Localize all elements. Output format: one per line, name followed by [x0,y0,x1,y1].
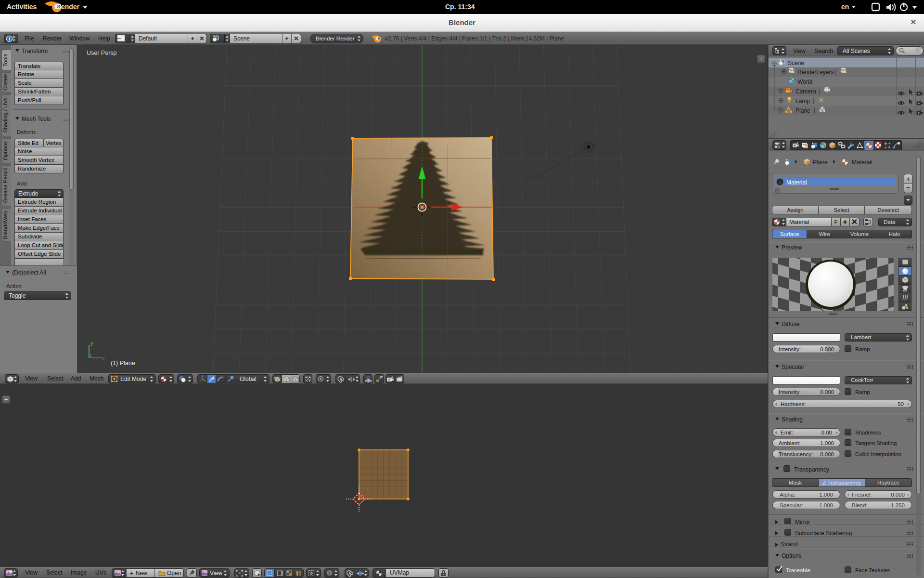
svg-text:User Persp: User Persp [87,50,117,56]
svg-text:z: z [90,352,92,358]
svg-text:y: y [90,340,93,346]
svg-text:(1) Plane: (1) Plane [111,360,135,367]
svg-text:x: x [102,355,105,361]
